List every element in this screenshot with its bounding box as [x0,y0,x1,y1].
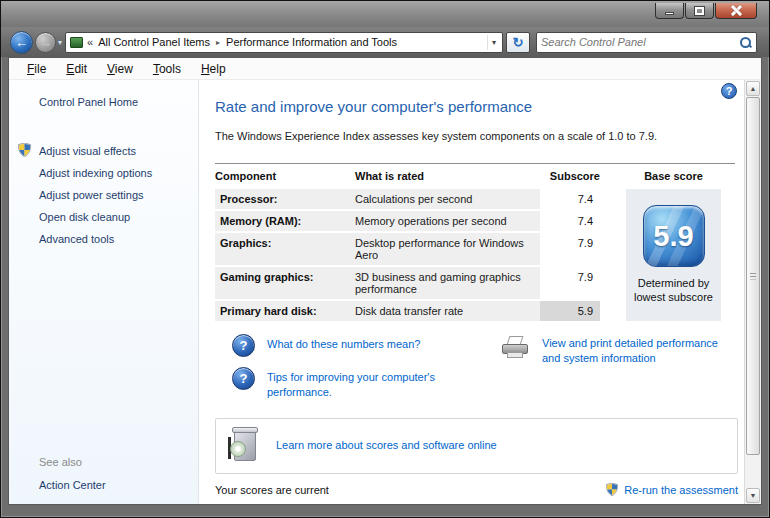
help-icon[interactable]: ? [721,83,737,99]
link-learn-more-online[interactable]: Learn more about scores and software onl… [276,438,497,454]
sidebar-item-adjust-visual-effects[interactable]: Adjust visual effects [9,140,198,162]
table-row: Primary hard disk:Disk data transfer rat… [215,301,600,321]
link-view-print-details[interactable]: View and print detailed performance and … [542,336,735,410]
search-icon[interactable] [739,36,752,49]
control-panel-icon [70,37,83,48]
table-row: Gaming graphics:3D business and gaming g… [215,267,600,299]
sidebar: Control Panel Home Adjust visual effects… [9,80,199,504]
refresh-icon: ↻ [513,35,524,50]
menu-help[interactable]: Help [191,60,236,78]
sidebar-item-control-panel-home[interactable]: Control Panel Home [39,96,198,108]
explorer-window: ← → ▾ « All Control Panel Items ▸ Perfor… [0,0,770,518]
menu-view[interactable]: View [97,60,143,78]
page-title: Rate and improve your computer's perform… [215,98,744,115]
component-name: Primary hard disk: [215,301,355,321]
what-is-rated: 3D business and gaming graphics performa… [355,267,536,299]
forward-button[interactable]: → [35,32,56,53]
breadcrumb-separator-icon[interactable]: ▸ [216,38,220,47]
scores-status-text: Your scores are current [215,484,329,496]
breadcrumb-all-control-panel-items[interactable]: All Control Panel Items [98,36,210,48]
address-bar[interactable]: « All Control Panel Items ▸ Performance … [65,32,503,53]
table-row: Processor:Calculations per second 7.4 [215,189,600,209]
sidebar-item-adjust-power-settings[interactable]: Adjust power settings [9,184,198,206]
search-box[interactable] [536,32,757,53]
link-rerun-assessment[interactable]: Re-run the assessment [624,484,738,496]
refresh-button[interactable]: ↻ [506,32,530,53]
title-bar[interactable] [1,1,769,27]
sidebar-item-action-center[interactable]: Action Center [39,479,106,491]
link-tips-improving-performance[interactable]: Tips for improving your computer's perfo… [267,370,482,400]
sidebar-item-label: Adjust indexing options [39,167,152,179]
rerun-assessment[interactable]: Re-run the assessment [606,483,738,497]
vertical-scrollbar[interactable]: ▲ ▼ [744,80,761,504]
search-input[interactable] [541,36,739,48]
client-area: File Edit View Tools Help Control Panel … [8,57,762,505]
forward-arrow-icon: → [39,36,52,49]
what-is-rated: Memory operations per second [355,211,536,231]
subscore-value: 5.9 [540,301,600,321]
table-row: Memory (RAM):Memory operations per secon… [215,211,600,231]
sidebar-item-label: Adjust power settings [39,189,144,201]
component-name: Gaming graphics: [215,267,355,299]
recent-pages-dropdown[interactable]: ▾ [58,38,62,47]
close-icon [731,5,742,16]
back-button[interactable]: ← [10,31,33,54]
main-content: ? Rate and improve your computer's perfo… [199,80,744,504]
menu-file[interactable]: File [17,60,56,78]
address-dropdown-icon[interactable]: ▾ [487,35,500,50]
menu-bar: File Edit View Tools Help [9,58,761,80]
maximize-icon [695,7,704,15]
sidebar-item-advanced-tools[interactable]: Advanced tools [9,228,198,250]
subscore-value: 7.4 [540,211,600,231]
sidebar-item-label: Adjust visual effects [39,145,136,157]
printer-icon [500,336,532,362]
sidebar-task-list: Adjust visual effects Adjust indexing op… [9,140,198,250]
window-controls [654,3,757,19]
header-what-is-rated: What is rated [355,170,540,182]
link-what-do-numbers-mean[interactable]: What do these numbers mean? [267,337,420,357]
header-base-score: Base score [600,170,721,182]
menu-edit[interactable]: Edit [56,60,97,78]
scroll-up-button[interactable]: ▲ [746,81,760,96]
scrollbar-thumb[interactable] [746,97,760,455]
breadcrumb-overflow-icon[interactable]: « [87,36,93,48]
close-button[interactable] [715,3,757,19]
uac-shield-icon [606,483,619,497]
subscore-value: 7.9 [540,233,600,265]
what-is-rated: Disk data transfer rate [355,301,536,321]
base-score-panel: 5.9 Determined by lowest subscore [626,189,721,321]
table-rows: Processor:Calculations per second 7.4 Me… [215,189,600,321]
breadcrumb-performance-information[interactable]: Performance Information and Tools [226,36,397,48]
subscore-value: 7.4 [540,189,600,209]
sidebar-item-open-disk-cleanup[interactable]: Open disk cleanup [9,206,198,228]
scroll-down-icon: ▼ [750,492,757,499]
links-section: ? What do these numbers mean? ? Tips for… [215,334,735,410]
wei-table: Component What is rated Subscore Base sc… [215,163,735,321]
question-icon: ? [232,367,255,390]
sidebar-item-adjust-indexing-options[interactable]: Adjust indexing options [9,162,198,184]
header-component: Component [215,170,355,182]
component-name: Processor: [215,189,355,209]
subscore-value: 7.9 [540,267,600,299]
sidebar-item-label: Open disk cleanup [39,211,130,223]
minimize-button[interactable] [655,3,684,19]
component-name: Graphics: [215,233,355,265]
software-box-icon [228,427,262,465]
sidebar-item-label: Advanced tools [39,233,114,245]
menu-tools[interactable]: Tools [143,60,191,78]
table-header-row: Component What is rated Subscore Base sc… [215,163,735,189]
intro-text: The Windows Experience Index assesses ke… [215,130,715,142]
back-arrow-icon: ← [15,36,28,49]
base-score-badge: 5.9 [643,205,705,267]
component-name: Memory (RAM): [215,211,355,231]
header-subscore: Subscore [540,170,600,182]
footer-row: Your scores are current Re-run the asses… [215,483,738,497]
scroll-down-button[interactable]: ▼ [746,488,760,503]
what-is-rated: Calculations per second [355,189,536,209]
what-is-rated: Desktop performance for Windows Aero [355,233,536,265]
navigation-toolbar: ← → ▾ « All Control Panel Items ▸ Perfor… [1,27,769,57]
maximize-button[interactable] [685,3,714,19]
uac-shield-icon [18,143,31,157]
minimize-icon [665,12,674,15]
learn-more-box: Learn more about scores and software onl… [215,418,738,474]
